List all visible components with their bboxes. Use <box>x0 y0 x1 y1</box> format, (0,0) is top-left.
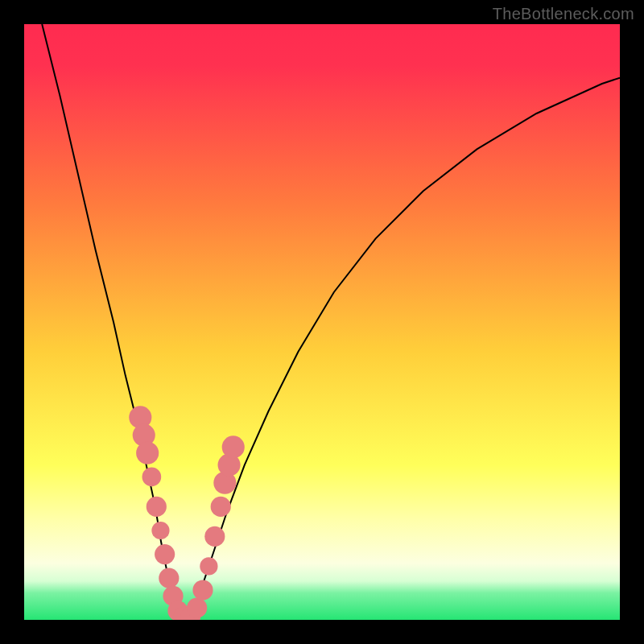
bead-marker <box>204 526 225 547</box>
bead-marker <box>142 468 162 487</box>
curve-right-branch <box>191 78 620 620</box>
bead-marker <box>155 544 175 564</box>
chart-svg <box>24 24 620 620</box>
bead-marker <box>200 557 217 575</box>
bead-marker <box>147 497 167 517</box>
bead-marker <box>151 522 169 539</box>
bead-marker <box>192 580 213 600</box>
watermark-text: TheBottleneck.com <box>493 5 634 23</box>
bead-marker <box>159 568 179 588</box>
bottleneck-curve <box>42 24 620 620</box>
bead-markers <box>129 406 245 620</box>
bead-marker <box>211 497 231 517</box>
plot-area <box>24 24 620 620</box>
bead-marker <box>136 442 159 464</box>
bead-marker <box>222 436 245 458</box>
outer-frame: TheBottleneck.com <box>0 0 644 644</box>
bead-marker <box>187 598 207 618</box>
